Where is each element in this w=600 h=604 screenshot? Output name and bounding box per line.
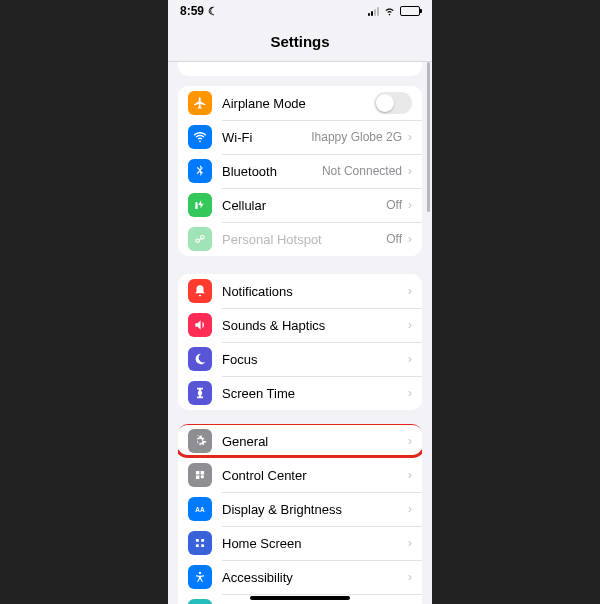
row-sounds-haptics[interactable]: Sounds & Haptics › bbox=[178, 308, 422, 342]
svg-rect-3 bbox=[196, 544, 199, 547]
chevron-right-icon: › bbox=[408, 468, 412, 482]
navbar: Settings bbox=[168, 22, 432, 62]
chevron-right-icon: › bbox=[408, 502, 412, 516]
airplane-icon bbox=[188, 91, 212, 115]
label: Control Center bbox=[222, 468, 408, 483]
row-screen-time[interactable]: Screen Time › bbox=[178, 376, 422, 410]
row-airplane-mode[interactable]: Airplane Mode bbox=[178, 86, 422, 120]
row-cellular[interactable]: Cellular Off › bbox=[178, 188, 422, 222]
row-wifi[interactable]: Wi-Fi Ihappy Globe 2G › bbox=[178, 120, 422, 154]
screentime-icon bbox=[188, 381, 212, 405]
cellular-signal-icon bbox=[368, 6, 379, 16]
svg-point-5 bbox=[199, 572, 201, 574]
notifications-icon bbox=[188, 279, 212, 303]
wallpaper-icon bbox=[188, 599, 212, 604]
chevron-right-icon: › bbox=[408, 352, 412, 366]
label: Home Screen bbox=[222, 536, 408, 551]
svg-rect-4 bbox=[201, 544, 204, 547]
label: Sounds & Haptics bbox=[222, 318, 408, 333]
status-time: 8:59 bbox=[180, 4, 204, 18]
label: Cellular bbox=[222, 198, 386, 213]
svg-rect-1 bbox=[196, 539, 199, 542]
scrollbar[interactable] bbox=[427, 62, 430, 212]
chevron-right-icon: › bbox=[408, 318, 412, 332]
row-bluetooth[interactable]: Bluetooth Not Connected › bbox=[178, 154, 422, 188]
label: Airplane Mode bbox=[222, 96, 374, 111]
phone-frame: 8:59 ☾ Settings Airplane Mode bbox=[168, 0, 432, 604]
detail: Off bbox=[386, 198, 402, 212]
label: Display & Brightness bbox=[222, 502, 408, 517]
label: Screen Time bbox=[222, 386, 408, 401]
svg-text:AA: AA bbox=[195, 506, 205, 513]
airplane-switch[interactable] bbox=[374, 92, 412, 114]
svg-rect-2 bbox=[201, 539, 204, 542]
chevron-right-icon: › bbox=[408, 570, 412, 584]
label: Personal Hotspot bbox=[222, 232, 386, 247]
focus-moon-icon: ☾ bbox=[208, 5, 218, 18]
chevron-right-icon: › bbox=[408, 434, 412, 448]
cellular-icon bbox=[188, 193, 212, 217]
detail: Ihappy Globe 2G bbox=[311, 130, 402, 144]
accessibility-icon bbox=[188, 565, 212, 589]
profile-section-bottom[interactable] bbox=[178, 62, 422, 76]
row-personal-hotspot[interactable]: Personal Hotspot Off › bbox=[178, 222, 422, 256]
page-title: Settings bbox=[270, 33, 329, 50]
chevron-right-icon: › bbox=[408, 232, 412, 246]
chevron-right-icon: › bbox=[408, 164, 412, 178]
settings-scroll[interactable]: Airplane Mode Wi-Fi Ihappy Globe 2G › Bl… bbox=[168, 62, 432, 604]
chevron-right-icon: › bbox=[408, 130, 412, 144]
detail: Not Connected bbox=[322, 164, 402, 178]
detail: Off bbox=[386, 232, 402, 246]
chevron-right-icon: › bbox=[408, 198, 412, 212]
display-icon: AA bbox=[188, 497, 212, 521]
chevron-right-icon: › bbox=[408, 386, 412, 400]
status-bar: 8:59 ☾ bbox=[168, 0, 432, 22]
hotspot-icon bbox=[188, 227, 212, 251]
focus-icon bbox=[188, 347, 212, 371]
row-home-screen[interactable]: Home Screen › bbox=[178, 526, 422, 560]
row-focus[interactable]: Focus › bbox=[178, 342, 422, 376]
row-control-center[interactable]: Control Center › bbox=[178, 458, 422, 492]
settings-group-system: General › Control Center › AA Display & … bbox=[178, 424, 422, 604]
bluetooth-icon bbox=[188, 159, 212, 183]
settings-group-attention: Notifications › Sounds & Haptics › Focus… bbox=[178, 274, 422, 410]
home-indicator[interactable] bbox=[250, 596, 350, 600]
general-icon bbox=[188, 429, 212, 453]
control-center-icon bbox=[188, 463, 212, 487]
label: Notifications bbox=[222, 284, 408, 299]
label: Bluetooth bbox=[222, 164, 322, 179]
label: General bbox=[222, 434, 408, 449]
home-screen-icon bbox=[188, 531, 212, 555]
settings-group-connectivity: Airplane Mode Wi-Fi Ihappy Globe 2G › Bl… bbox=[178, 86, 422, 256]
row-notifications[interactable]: Notifications › bbox=[178, 274, 422, 308]
row-general[interactable]: General › bbox=[178, 424, 422, 458]
label: Focus bbox=[222, 352, 408, 367]
label: Accessibility bbox=[222, 570, 408, 585]
chevron-right-icon: › bbox=[408, 536, 412, 550]
wifi-status-icon bbox=[383, 4, 396, 19]
battery-icon bbox=[400, 6, 420, 16]
row-display-brightness[interactable]: AA Display & Brightness › bbox=[178, 492, 422, 526]
sounds-icon bbox=[188, 313, 212, 337]
wifi-icon bbox=[188, 125, 212, 149]
row-accessibility[interactable]: Accessibility › bbox=[178, 560, 422, 594]
chevron-right-icon: › bbox=[408, 284, 412, 298]
label: Wi-Fi bbox=[222, 130, 311, 145]
